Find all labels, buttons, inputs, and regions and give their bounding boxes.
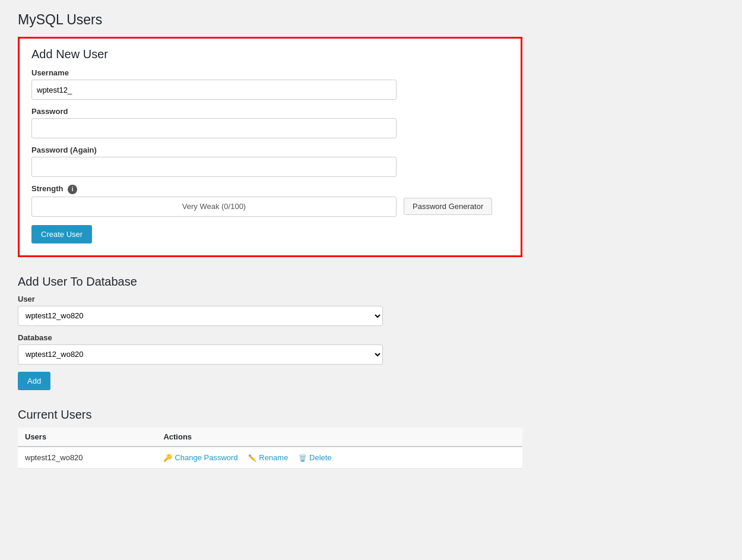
table-row: wptest12_wo820 Change Password Rename De… [18, 447, 522, 469]
create-user-button[interactable]: Create User [31, 225, 92, 243]
trash-icon [299, 453, 307, 462]
strength-row: Very Weak (0/100) Password Generator [31, 197, 509, 217]
database-select[interactable]: wptest12_wo820 [18, 344, 383, 365]
user-select-group: User wptest12_wo820 [18, 295, 522, 326]
users-table: Users Actions wptest12_wo820 Change Pass… [18, 428, 522, 469]
strength-label: Strength i [31, 184, 509, 194]
database-select-label: Database [18, 333, 522, 342]
user-select-label: User [18, 295, 522, 303]
current-users-title: Current Users [18, 408, 522, 422]
delete-link[interactable]: Delete [299, 453, 332, 462]
strength-bar: Very Weak (0/100) [31, 197, 397, 217]
username-label: Username [31, 68, 509, 77]
username-input[interactable] [31, 80, 397, 100]
database-select-group: Database wptest12_wo820 [18, 333, 522, 365]
add-new-user-section: Add New User Username Password Password … [18, 37, 522, 257]
add-new-user-title: Add New User [31, 48, 509, 61]
strength-field-group: Strength i Very Weak (0/100) Password Ge… [31, 184, 509, 217]
password-label: Password [31, 107, 509, 116]
current-users-section: Current Users Users Actions wptest12_wo8… [18, 408, 522, 469]
strength-bar-container: Very Weak (0/100) [31, 197, 397, 217]
password-field-group: Password [31, 107, 509, 138]
rename-link[interactable]: Rename [248, 453, 288, 462]
password-generator-button[interactable]: Password Generator [404, 198, 492, 215]
actions-cell: Change Password Rename Delete [156, 447, 522, 469]
change-password-link[interactable]: Change Password [163, 453, 237, 462]
password-again-label: Password (Again) [31, 145, 509, 154]
key-icon [163, 453, 172, 462]
user-cell: wptest12_wo820 [18, 447, 156, 469]
strength-value: Very Weak (0/100) [182, 202, 246, 211]
username-field-group: Username [31, 68, 509, 100]
column-header-users: Users [18, 428, 156, 447]
add-button[interactable]: Add [18, 372, 50, 390]
column-header-actions: Actions [156, 428, 522, 447]
add-user-to-database-title: Add User To Database [18, 275, 522, 289]
strength-info-icon: i [68, 185, 77, 194]
password-again-field-group: Password (Again) [31, 145, 509, 177]
password-again-input[interactable] [31, 157, 397, 177]
edit-icon [248, 453, 256, 462]
add-user-to-database-section: Add User To Database User wptest12_wo820… [18, 275, 522, 390]
page-title: MySQL Users [18, 12, 724, 28]
user-select[interactable]: wptest12_wo820 [18, 306, 383, 326]
password-input[interactable] [31, 118, 397, 138]
table-header-row: Users Actions [18, 428, 522, 447]
